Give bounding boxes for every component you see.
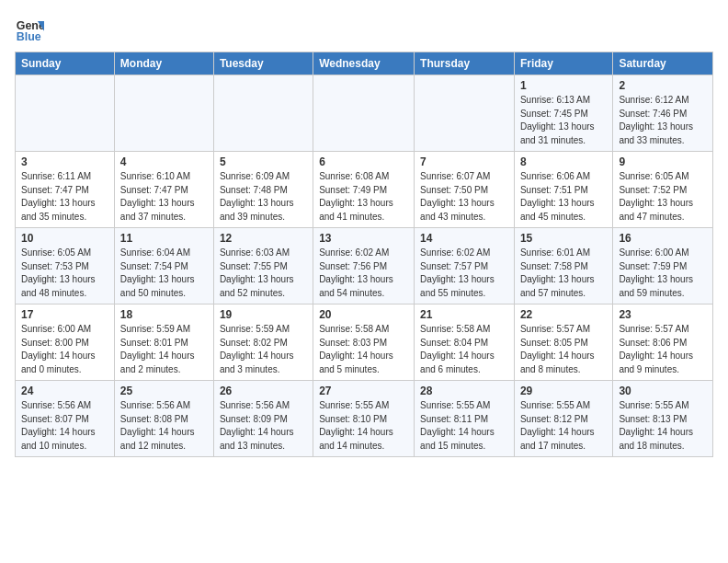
day-number: 17 bbox=[21, 308, 108, 321]
calendar-cell: 13Sunrise: 6:02 AM Sunset: 7:56 PM Dayli… bbox=[313, 228, 415, 304]
calendar-week-3: 10Sunrise: 6:05 AM Sunset: 7:53 PM Dayli… bbox=[16, 228, 713, 304]
day-number: 24 bbox=[21, 385, 108, 397]
calendar-cell: 30Sunrise: 5:55 AM Sunset: 8:13 PM Dayli… bbox=[613, 381, 713, 457]
day-number: 29 bbox=[520, 385, 607, 397]
calendar-cell: 3Sunrise: 6:11 AM Sunset: 7:47 PM Daylig… bbox=[16, 152, 115, 228]
calendar-week-4: 17Sunrise: 6:00 AM Sunset: 8:00 PM Dayli… bbox=[16, 304, 713, 381]
day-number: 5 bbox=[220, 155, 307, 168]
header-wednesday: Wednesday bbox=[313, 52, 415, 75]
day-number: 28 bbox=[420, 385, 508, 397]
calendar-cell: 12Sunrise: 6:03 AM Sunset: 7:55 PM Dayli… bbox=[213, 228, 313, 304]
calendar-cell bbox=[16, 75, 115, 152]
day-info: Sunrise: 6:04 AM Sunset: 7:54 PM Dayligh… bbox=[120, 247, 208, 300]
day-info: Sunrise: 5:56 AM Sunset: 8:09 PM Dayligh… bbox=[220, 399, 307, 453]
day-number: 8 bbox=[520, 155, 607, 168]
day-number: 20 bbox=[319, 308, 408, 321]
day-number: 22 bbox=[520, 308, 607, 321]
calendar-cell: 18Sunrise: 5:59 AM Sunset: 8:01 PM Dayli… bbox=[114, 304, 213, 381]
day-info: Sunrise: 5:59 AM Sunset: 8:01 PM Dayligh… bbox=[120, 323, 208, 376]
day-info: Sunrise: 5:55 AM Sunset: 8:13 PM Dayligh… bbox=[619, 399, 707, 453]
day-info: Sunrise: 6:06 AM Sunset: 7:51 PM Dayligh… bbox=[520, 170, 607, 224]
calendar-cell: 20Sunrise: 5:58 AM Sunset: 8:03 PM Dayli… bbox=[313, 304, 415, 381]
day-number: 10 bbox=[21, 232, 108, 245]
calendar-cell: 26Sunrise: 5:56 AM Sunset: 8:09 PM Dayli… bbox=[213, 381, 313, 457]
page-header: General Blue bbox=[15, 15, 713, 44]
day-number: 14 bbox=[420, 232, 508, 245]
calendar-cell: 24Sunrise: 5:56 AM Sunset: 8:07 PM Dayli… bbox=[16, 381, 115, 457]
header-friday: Friday bbox=[514, 52, 612, 75]
calendar-table: SundayMondayTuesdayWednesdayThursdayFrid… bbox=[15, 52, 713, 457]
calendar-cell: 22Sunrise: 5:57 AM Sunset: 8:05 PM Dayli… bbox=[514, 304, 612, 381]
day-number: 18 bbox=[120, 308, 208, 321]
calendar-cell bbox=[415, 75, 515, 152]
day-number: 2 bbox=[619, 79, 707, 92]
day-info: Sunrise: 6:13 AM Sunset: 7:45 PM Dayligh… bbox=[520, 94, 607, 147]
header-tuesday: Tuesday bbox=[213, 52, 313, 75]
calendar-cell: 11Sunrise: 6:04 AM Sunset: 7:54 PM Dayli… bbox=[114, 228, 213, 304]
day-info: Sunrise: 5:58 AM Sunset: 8:03 PM Dayligh… bbox=[319, 323, 408, 376]
calendar-cell: 27Sunrise: 5:55 AM Sunset: 8:10 PM Dayli… bbox=[313, 381, 415, 457]
day-number: 11 bbox=[120, 232, 208, 245]
day-number: 26 bbox=[220, 385, 307, 397]
day-number: 7 bbox=[420, 155, 508, 168]
day-number: 9 bbox=[619, 155, 707, 168]
day-info: Sunrise: 5:55 AM Sunset: 8:10 PM Dayligh… bbox=[319, 399, 408, 453]
day-info: Sunrise: 6:00 AM Sunset: 7:59 PM Dayligh… bbox=[619, 247, 707, 300]
day-info: Sunrise: 6:01 AM Sunset: 7:58 PM Dayligh… bbox=[520, 247, 607, 300]
calendar-cell bbox=[114, 75, 213, 152]
day-number: 4 bbox=[120, 155, 208, 168]
calendar-cell: 14Sunrise: 6:02 AM Sunset: 7:57 PM Dayli… bbox=[415, 228, 515, 304]
calendar-cell: 19Sunrise: 5:59 AM Sunset: 8:02 PM Dayli… bbox=[213, 304, 313, 381]
calendar-cell bbox=[313, 75, 415, 152]
calendar-week-2: 3Sunrise: 6:11 AM Sunset: 7:47 PM Daylig… bbox=[16, 152, 713, 228]
day-info: Sunrise: 5:55 AM Sunset: 8:11 PM Dayligh… bbox=[420, 399, 508, 453]
calendar-cell bbox=[213, 75, 313, 152]
day-info: Sunrise: 6:03 AM Sunset: 7:55 PM Dayligh… bbox=[220, 247, 307, 300]
day-info: Sunrise: 6:00 AM Sunset: 8:00 PM Dayligh… bbox=[21, 323, 108, 376]
day-number: 15 bbox=[520, 232, 607, 245]
calendar-week-5: 24Sunrise: 5:56 AM Sunset: 8:07 PM Dayli… bbox=[16, 381, 713, 457]
day-number: 3 bbox=[21, 155, 108, 168]
day-number: 30 bbox=[619, 385, 707, 397]
calendar-cell: 2Sunrise: 6:12 AM Sunset: 7:46 PM Daylig… bbox=[613, 75, 713, 152]
day-info: Sunrise: 5:56 AM Sunset: 8:07 PM Dayligh… bbox=[21, 399, 108, 453]
calendar-cell: 29Sunrise: 5:55 AM Sunset: 8:12 PM Dayli… bbox=[514, 381, 612, 457]
day-info: Sunrise: 6:09 AM Sunset: 7:48 PM Dayligh… bbox=[220, 170, 307, 224]
day-info: Sunrise: 6:11 AM Sunset: 7:47 PM Dayligh… bbox=[21, 170, 108, 224]
day-number: 27 bbox=[319, 385, 408, 397]
day-number: 23 bbox=[619, 308, 707, 321]
day-info: Sunrise: 6:02 AM Sunset: 7:56 PM Dayligh… bbox=[319, 247, 408, 300]
day-info: Sunrise: 6:02 AM Sunset: 7:57 PM Dayligh… bbox=[420, 247, 508, 300]
day-number: 13 bbox=[319, 232, 408, 245]
calendar-cell: 5Sunrise: 6:09 AM Sunset: 7:48 PM Daylig… bbox=[213, 152, 313, 228]
day-number: 25 bbox=[120, 385, 208, 397]
day-number: 6 bbox=[319, 155, 408, 168]
day-info: Sunrise: 6:10 AM Sunset: 7:47 PM Dayligh… bbox=[120, 170, 208, 224]
svg-text:Blue: Blue bbox=[17, 30, 41, 43]
calendar-cell: 23Sunrise: 5:57 AM Sunset: 8:06 PM Dayli… bbox=[613, 304, 713, 381]
day-info: Sunrise: 5:59 AM Sunset: 8:02 PM Dayligh… bbox=[220, 323, 307, 376]
calendar-cell: 8Sunrise: 6:06 AM Sunset: 7:51 PM Daylig… bbox=[514, 152, 612, 228]
header-thursday: Thursday bbox=[415, 52, 515, 75]
day-number: 19 bbox=[220, 308, 307, 321]
day-number: 21 bbox=[420, 308, 508, 321]
day-info: Sunrise: 6:12 AM Sunset: 7:46 PM Dayligh… bbox=[619, 94, 707, 147]
calendar-cell: 21Sunrise: 5:58 AM Sunset: 8:04 PM Dayli… bbox=[415, 304, 515, 381]
day-number: 1 bbox=[520, 79, 607, 92]
day-info: Sunrise: 5:55 AM Sunset: 8:12 PM Dayligh… bbox=[520, 399, 607, 453]
calendar-cell: 1Sunrise: 6:13 AM Sunset: 7:45 PM Daylig… bbox=[514, 75, 612, 152]
logo: General Blue bbox=[15, 15, 48, 44]
header-saturday: Saturday bbox=[613, 52, 713, 75]
header-sunday: Sunday bbox=[16, 52, 115, 75]
day-info: Sunrise: 5:57 AM Sunset: 8:06 PM Dayligh… bbox=[619, 323, 707, 376]
day-info: Sunrise: 5:57 AM Sunset: 8:05 PM Dayligh… bbox=[520, 323, 607, 376]
calendar-cell: 28Sunrise: 5:55 AM Sunset: 8:11 PM Dayli… bbox=[415, 381, 515, 457]
calendar-cell: 7Sunrise: 6:07 AM Sunset: 7:50 PM Daylig… bbox=[415, 152, 515, 228]
calendar-header-row: SundayMondayTuesdayWednesdayThursdayFrid… bbox=[16, 52, 713, 75]
calendar-cell: 16Sunrise: 6:00 AM Sunset: 7:59 PM Dayli… bbox=[613, 228, 713, 304]
day-info: Sunrise: 5:58 AM Sunset: 8:04 PM Dayligh… bbox=[420, 323, 508, 376]
day-info: Sunrise: 5:56 AM Sunset: 8:08 PM Dayligh… bbox=[120, 399, 208, 453]
calendar-cell: 4Sunrise: 6:10 AM Sunset: 7:47 PM Daylig… bbox=[114, 152, 213, 228]
day-info: Sunrise: 6:07 AM Sunset: 7:50 PM Dayligh… bbox=[420, 170, 508, 224]
calendar-cell: 10Sunrise: 6:05 AM Sunset: 7:53 PM Dayli… bbox=[16, 228, 115, 304]
